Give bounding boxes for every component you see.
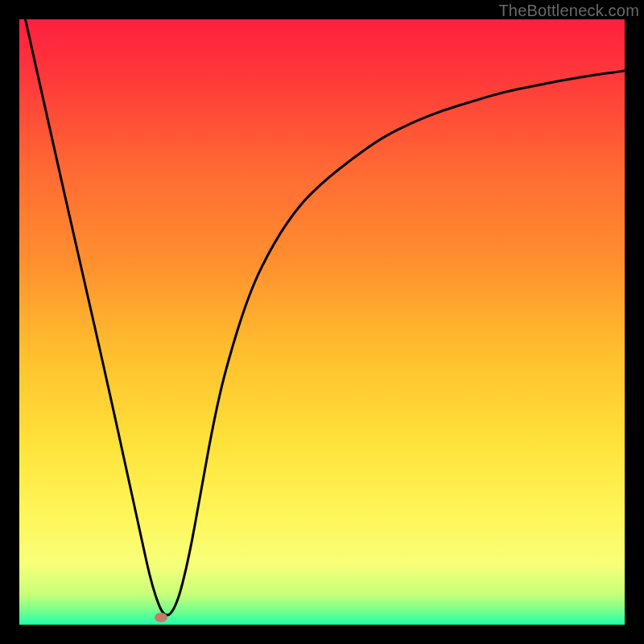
chart-frame	[19, 19, 625, 625]
watermark-text: TheBottleneck.com	[498, 2, 639, 20]
bottleneck-chart	[19, 19, 625, 625]
minimum-marker	[155, 613, 167, 622]
gradient-background	[19, 19, 625, 625]
